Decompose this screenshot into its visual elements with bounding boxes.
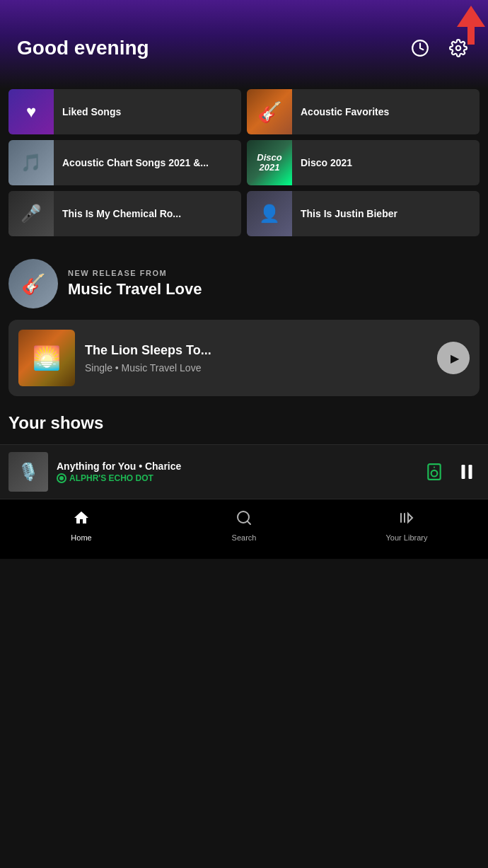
your-shows-title: Your shows xyxy=(0,413,488,444)
disco-thumb: Disco2021 xyxy=(247,140,292,185)
song-card[interactable]: The Lion Sleeps To... Single • Music Tra… xyxy=(8,320,480,396)
now-playing-title: Anything for You • Charice xyxy=(57,461,416,472)
song-subtitle: Single • Music Travel Love xyxy=(85,362,427,374)
acoustic-chart-thumb xyxy=(8,140,54,185)
new-release-label: NEW RELEASE FROM xyxy=(68,269,202,277)
device-label: ALPHR'S ECHO DOT xyxy=(69,473,153,483)
nav-item-home[interactable]: Home xyxy=(53,507,110,545)
play-button[interactable] xyxy=(437,342,470,374)
svg-line-10 xyxy=(248,521,250,524)
page-title: Good evening xyxy=(17,37,149,59)
svg-point-5 xyxy=(431,470,438,477)
library-icon xyxy=(398,509,415,531)
pause-button[interactable] xyxy=(454,461,480,482)
bieber-thumb xyxy=(247,191,292,236)
artist-avatar xyxy=(8,259,58,308)
svg-point-3 xyxy=(59,476,64,480)
quick-item-bieber[interactable]: This Is Justin Bieber xyxy=(247,191,480,236)
new-release-artist: Music Travel Love xyxy=(68,280,202,299)
new-release-section[interactable]: NEW RELEASE FROM Music Travel Love xyxy=(0,248,488,320)
new-release-info: NEW RELEASE FROM Music Travel Love xyxy=(68,269,202,299)
home-label: Home xyxy=(71,533,91,542)
svg-rect-8 xyxy=(469,465,472,479)
search-icon xyxy=(236,509,252,531)
quick-item-disco[interactable]: Disco2021 Disco 2021 xyxy=(247,140,480,185)
now-playing-device: ALPHR'S ECHO DOT xyxy=(57,473,416,483)
bottom-nav: Home Search Your Library xyxy=(0,499,488,559)
header-icons xyxy=(407,35,471,61)
nav-item-search[interactable]: Search xyxy=(216,507,272,545)
heart-icon: ♥ xyxy=(26,102,36,122)
home-icon xyxy=(73,509,90,531)
speaker-icon xyxy=(424,462,444,482)
disco-label: Disco2021 xyxy=(257,153,281,173)
svg-marker-0 xyxy=(457,6,485,45)
quick-item-mcr[interactable]: This Is My Chemical Ro... xyxy=(8,191,241,236)
nav-item-library[interactable]: Your Library xyxy=(378,507,435,545)
acoustic-favorites-thumb xyxy=(247,89,292,134)
bieber-label: This Is Justin Bieber xyxy=(292,207,406,220)
song-title: The Lion Sleeps To... xyxy=(85,343,427,358)
song-info: The Lion Sleeps To... Single • Music Tra… xyxy=(85,343,427,374)
acoustic-favorites-label: Acoustic Favorites xyxy=(292,105,397,118)
device-dot-icon xyxy=(57,473,66,483)
search-label: Search xyxy=(232,533,257,542)
quick-item-liked-songs[interactable]: ♥ Liked Songs xyxy=(8,89,241,134)
now-playing-info: Anything for You • Charice ALPHR'S ECHO … xyxy=(57,461,416,483)
library-label: Your Library xyxy=(386,533,428,542)
now-playing-controls xyxy=(424,461,480,482)
quick-item-acoustic-chart[interactable]: Acoustic Chart Songs 2021 &... xyxy=(8,140,241,185)
song-thumbnail xyxy=(18,330,75,386)
disco-2021-label: Disco 2021 xyxy=(292,156,361,169)
svg-rect-7 xyxy=(462,465,465,479)
quick-access-grid: ♥ Liked Songs Acoustic Favorites Acousti… xyxy=(0,89,488,248)
now-playing-thumbnail xyxy=(8,452,48,492)
liked-songs-thumb: ♥ xyxy=(8,89,54,134)
mcr-label: This Is My Chemical Ro... xyxy=(54,207,190,220)
liked-songs-label: Liked Songs xyxy=(54,105,129,118)
mcr-thumb xyxy=(8,191,54,236)
quick-item-acoustic-favorites[interactable]: Acoustic Favorites xyxy=(247,89,480,134)
now-playing-bar[interactable]: Anything for You • Charice ALPHR'S ECHO … xyxy=(0,444,488,499)
acoustic-chart-label: Acoustic Chart Songs 2021 &... xyxy=(54,156,217,169)
